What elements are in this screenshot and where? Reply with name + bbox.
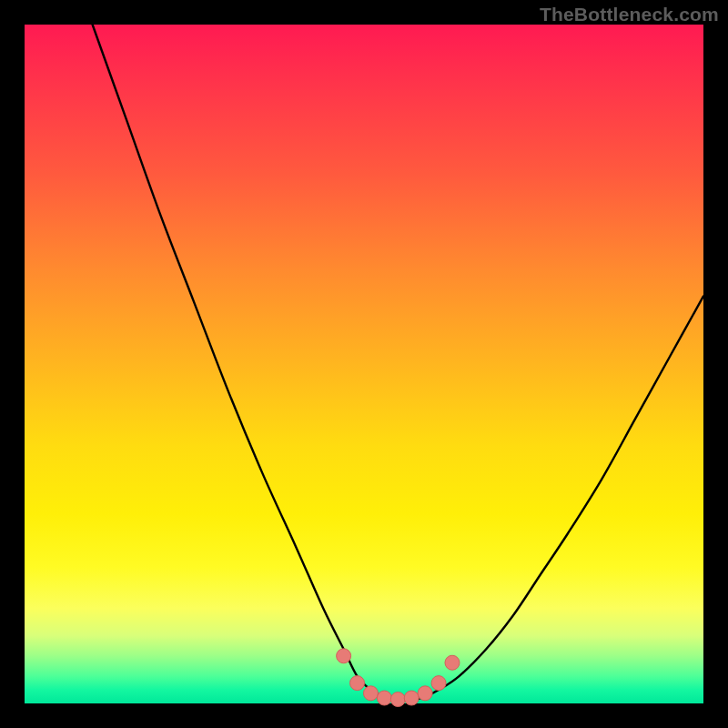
- marker-point: [431, 676, 446, 691]
- marker-point: [404, 691, 419, 705]
- chart-frame: TheBottleneck.com: [0, 0, 728, 728]
- curve-layer: [25, 25, 703, 703]
- watermark-text: TheBottleneck.com: [540, 4, 719, 25]
- marker-point: [377, 691, 391, 705]
- marker-point: [363, 686, 378, 701]
- marker-point: [418, 686, 432, 701]
- highlight-markers: [337, 649, 460, 707]
- marker-point: [337, 649, 351, 663]
- bottleneck-curve: [93, 25, 703, 701]
- marker-point: [445, 655, 460, 670]
- marker-point: [390, 693, 405, 707]
- marker-point: [350, 676, 365, 691]
